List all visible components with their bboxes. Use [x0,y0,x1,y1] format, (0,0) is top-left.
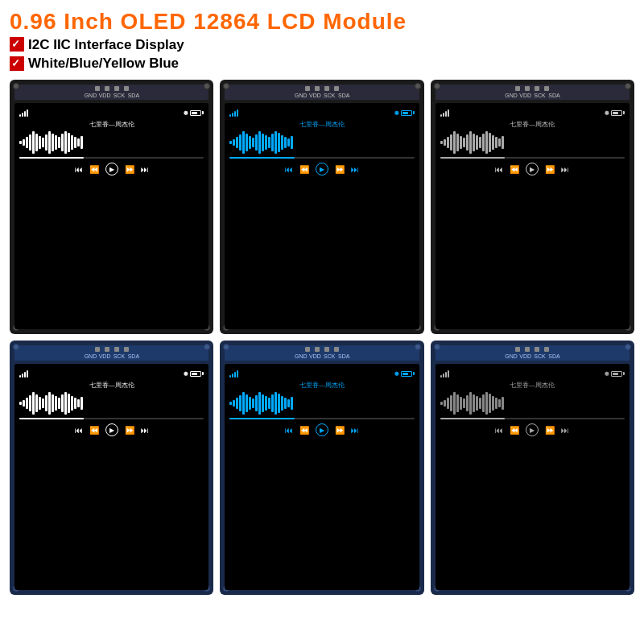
prev-button[interactable]: ⏪ [510,426,519,435]
prev-skip-button[interactable]: ⏮ [495,165,503,174]
pin-label-vdd: VDD [519,93,530,98]
play-button[interactable]: ▶ [316,163,328,175]
pin-label-vdd: VDD [99,93,110,98]
next-skip-button[interactable]: ⏭ [141,426,149,435]
pin [315,347,320,352]
screen-status-bar: ⎈ [19,368,204,379]
next-button[interactable]: ⏩ [125,426,134,435]
controls-row: ⏮ ⏪ ▶ ⏩ ⏭ [19,423,204,436]
pin [114,347,119,352]
modules-grid: GND VDD SCK SDA ⎈ [10,80,634,595]
song-title-row: 七里香—周杰伦 [19,120,204,129]
pin-label-sck: SCK [534,93,545,98]
battery-icon [611,371,625,377]
pin [105,347,109,352]
play-button[interactable]: ▶ [526,423,539,436]
progress-fill [440,418,505,419]
prev-skip-button[interactable]: ⏮ [285,426,293,435]
next-button[interactable]: ⏩ [125,165,134,174]
pin [515,347,520,352]
prev-button[interactable]: ⏪ [510,165,519,174]
next-button[interactable]: ⏩ [335,165,345,174]
pin-label-gnd: GND [295,93,306,98]
play-button[interactable]: ▶ [105,423,118,436]
progress-bar [19,418,204,419]
battery-icon [401,110,415,116]
next-button[interactable]: ⏩ [335,426,345,435]
next-skip-button[interactable]: ⏭ [561,165,569,174]
pin [95,347,100,352]
pin-labels: GND VDD SCK SDA [85,353,139,359]
prev-skip-button[interactable]: ⏮ [75,165,83,174]
pin [535,86,539,91]
prev-button[interactable]: ⏪ [89,426,99,435]
pin-labels: GND VDD SCK SDA [505,353,559,359]
prev-skip-button[interactable]: ⏮ [75,426,83,435]
next-button[interactable]: ⏩ [545,426,555,435]
bluetooth-icon: ⎈ [394,109,398,117]
pcb-top-5: GND VDD SCK SDA [225,345,419,361]
prev-skip-button[interactable]: ⏮ [285,165,293,174]
pin [324,347,329,352]
pin [544,86,549,91]
song-title: 七里香—周杰伦 [299,120,345,129]
controls-row: ⏮ ⏪ ▶ ⏩ ⏭ [440,423,625,436]
bluetooth-icon: ⎈ [394,369,398,378]
pin-label-vdd: VDD [309,353,320,359]
pin-label-sda: SDA [548,353,559,359]
next-skip-button[interactable]: ⏭ [351,426,359,435]
next-button[interactable]: ⏩ [545,165,555,174]
pin-label-sck: SCK [114,93,125,98]
prev-button[interactable]: ⏪ [89,165,99,174]
waveform-area [19,130,204,155]
pin-label-sda: SDA [128,353,139,359]
pcb-top-6: GND VDD SCK SDA [436,345,630,361]
pins-row [95,86,129,91]
oled-screen-5: ⎈ 七里香—周杰伦 [225,364,419,590]
waveform-area [440,130,625,155]
pin-label-sda: SDA [548,93,559,98]
controls-row: ⏮ ⏪ ▶ ⏩ ⏭ [440,163,625,175]
bluetooth-icon: ⎈ [184,109,188,117]
oled-screen-4: ⎈ 七里香—周杰伦 [14,364,208,590]
check-icon-1 [10,37,24,52]
next-skip-button[interactable]: ⏭ [351,165,359,174]
play-button[interactable]: ▶ [316,423,328,436]
module-5: GND VDD SCK SDA ⎈ [220,341,423,595]
song-title: 七里香—周杰伦 [510,381,555,390]
pin-label-gnd: GND [85,353,96,359]
header: 0.96 Inch OLED 12864 LCD Module I2C IIC … [10,8,634,73]
pin-label-gnd: GND [295,353,306,359]
feature-2-text: White/Blue/Yellow Blue [28,54,179,73]
pin-label-sck: SCK [324,93,335,98]
pin [525,86,530,91]
module-1: GND VDD SCK SDA ⎈ [10,80,213,334]
pin [105,86,109,91]
signal-icon [19,369,28,378]
module-4: GND VDD SCK SDA ⎈ [10,341,213,595]
battery-icon [190,371,204,377]
waveform [19,130,204,155]
prev-button[interactable]: ⏪ [299,426,309,435]
waveform [229,130,414,155]
feature-2-line: White/Blue/Yellow Blue [10,54,634,73]
next-skip-button[interactable]: ⏭ [561,426,569,435]
play-button[interactable]: ▶ [105,163,118,175]
prev-skip-button[interactable]: ⏮ [495,426,503,435]
pin [334,86,339,91]
pin-labels: GND VDD SCK SDA [505,93,559,98]
pins-row [515,347,549,352]
battery-icon [401,371,415,377]
oled-screen-3: ⎈ 七里香—周杰伦 [436,103,630,329]
pin-label-gnd: GND [505,93,516,98]
screen-status-bar: ⎈ [229,368,414,379]
pin-labels: GND VDD SCK SDA [85,93,139,98]
progress-bar [19,157,204,159]
prev-button[interactable]: ⏪ [299,165,309,174]
pcb-top-1: GND VDD SCK SDA [14,85,208,100]
play-button[interactable]: ▶ [526,163,539,175]
progress-fill [440,157,505,159]
pin [315,86,320,91]
next-skip-button[interactable]: ⏭ [141,165,149,174]
module-6: GND VDD SCK SDA ⎈ [431,341,634,595]
